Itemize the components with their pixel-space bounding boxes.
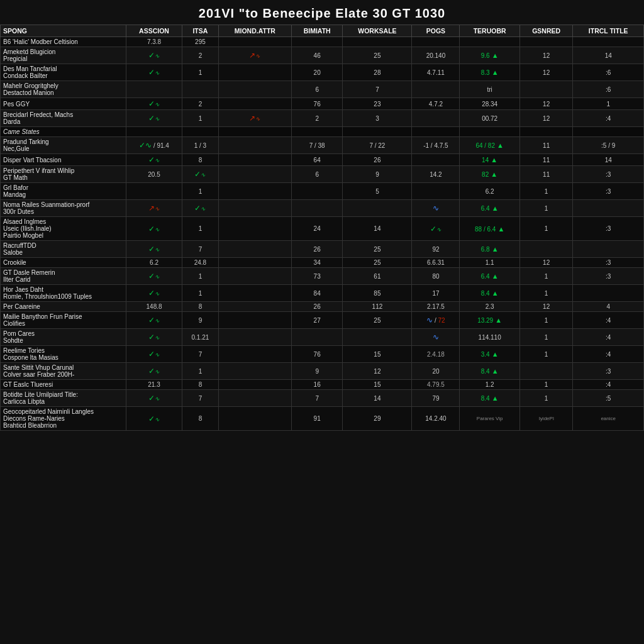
cell-itsa: ✓ ∿ <box>182 200 219 217</box>
cell-gsnred <box>519 127 573 137</box>
cell-gsnred: 1 <box>519 268 573 285</box>
cell-pogs: 14.2.40 <box>412 407 460 431</box>
cell-teruobr: 13.29 ▲ <box>460 312 519 329</box>
row-name: Mailie Banython Frun Parise Ciolifies <box>1 312 126 329</box>
cell-itsa: 8 <box>182 302 219 312</box>
cell-title <box>573 241 644 258</box>
row-name: Grl Bafor Mandag <box>1 183 126 200</box>
cell-bimiath: 2 <box>291 110 342 127</box>
cell-bimiath <box>291 127 342 137</box>
cell-teruobr: 3.4 ▲ <box>460 346 519 363</box>
cell-gsnred: 12 <box>519 110 573 127</box>
cell-worksale: 25 <box>343 241 412 258</box>
cell-miond <box>218 390 291 407</box>
row-name: Per Caareine <box>1 302 126 312</box>
cell-miond <box>218 241 291 258</box>
cell-title: 4 <box>573 302 644 312</box>
cell-pogs: 92 <box>412 241 460 258</box>
cell-teruobr: 64 / 82 ▲ <box>460 137 519 154</box>
cell-title: :6 <box>573 64 644 81</box>
cell-title: 14 <box>573 47 644 64</box>
cell-gsnred <box>519 241 573 258</box>
cell-itsa: 1 <box>182 363 219 380</box>
cell-miond <box>218 258 291 268</box>
cell-title: :4 <box>573 380 644 390</box>
cell-title <box>573 200 644 217</box>
cell-miond <box>218 37 291 47</box>
cell-title <box>573 127 644 137</box>
cell-worksale: 9 <box>343 166 412 183</box>
cell-title: 1 <box>573 98 644 110</box>
cell-miond <box>218 98 291 110</box>
cell-teruobr: 88 / 6.4 ▲ <box>460 217 519 241</box>
cell-teruobr: 28.34 <box>460 98 519 110</box>
cell-worksale: 23 <box>343 98 412 110</box>
table-row: Mailie Banython Frun Parise Ciolifies✓ ∿… <box>1 312 644 329</box>
cell-gsnred: 11 <box>519 166 573 183</box>
cell-title: :3 <box>573 217 644 241</box>
cell-gsnred: 1 <box>519 200 573 217</box>
cell-gsnred: 12 <box>519 47 573 64</box>
cell-asscion: ✓ ∿ <box>126 154 182 166</box>
cell-miond <box>218 127 291 137</box>
cell-gsnred: 1 <box>519 312 573 329</box>
cell-title <box>573 285 644 302</box>
cell-gsnred: 1 <box>519 217 573 241</box>
row-name: GT Dasle Remerin Ilter Carid <box>1 268 126 285</box>
col-header-miond: MIOND.ATTR <box>218 25 291 37</box>
cell-gsnred: 1 <box>519 346 573 363</box>
cell-asscion: ✓ ∿ <box>126 47 182 64</box>
table-row: Geocopeitarled Naiminli Langles Diecons … <box>1 407 644 431</box>
table-header-row: SPONG ASSCION ITSA MIOND.ATTR BIMIATH WO… <box>1 25 644 37</box>
cell-miond: ↗ ∿ <box>218 47 291 64</box>
row-name: Arneketd Blugicion Pregicial <box>1 47 126 64</box>
cell-pogs <box>412 81 460 98</box>
cell-miond <box>218 64 291 81</box>
col-header-itsa: ITSA <box>182 25 219 37</box>
page-title: 201VI "to Beneecipe Elate 30 GT 1030 <box>0 0 644 25</box>
cell-asscion: ✓ ∿ <box>126 329 182 346</box>
cell-teruobr: 114.110 <box>460 329 519 346</box>
cell-teruobr: 9.6 ▲ <box>460 47 519 64</box>
cell-asscion <box>126 127 182 137</box>
cell-miond <box>218 154 291 166</box>
cell-teruobr <box>460 37 519 47</box>
cell-worksale: 25 <box>343 258 412 268</box>
row-name: Noma Railes Suanmation-prorf 300r Dutes <box>1 200 126 217</box>
cell-bimiath: 84 <box>291 285 342 302</box>
cell-title: :3 <box>573 166 644 183</box>
cell-asscion: ✓ ∿ <box>126 285 182 302</box>
cell-gsnred: 12 <box>519 64 573 81</box>
cell-gsnred: 11 <box>519 137 573 154</box>
cell-title: :3 <box>573 258 644 268</box>
row-name: Pes GGY <box>1 98 126 110</box>
cell-asscion: 148.8 <box>126 302 182 312</box>
table-row: Pradund Tarking Nec,Gule✓∿ / 91.41 / 37 … <box>1 137 644 154</box>
cell-worksale: 25 <box>343 47 412 64</box>
row-name: Alsaed Inglmes Useic (Ilish.Inale) Pairt… <box>1 217 126 241</box>
cell-title <box>573 37 644 47</box>
cell-itsa: 2 <box>182 47 219 64</box>
table-row: Pes GGY✓ ∿276234.7.228.34121 <box>1 98 644 110</box>
cell-pogs: 17 <box>412 285 460 302</box>
cell-miond <box>218 363 291 380</box>
cell-bimiath: 27 <box>291 312 342 329</box>
cell-teruobr: 1.1 <box>460 258 519 268</box>
cell-miond <box>218 217 291 241</box>
cell-teruobr: tri <box>460 81 519 98</box>
cell-asscion: 6.2 <box>126 258 182 268</box>
col-header-worksale: WORKSALE <box>343 25 412 37</box>
table-row: Arneketd Blugicion Pregicial✓ ∿2↗ ∿46252… <box>1 47 644 64</box>
cell-asscion: ✓ ∿ <box>126 217 182 241</box>
cell-bimiath: 20 <box>291 64 342 81</box>
cell-title: :5 / 9 <box>573 137 644 154</box>
col-header-bimiath: BIMIATH <box>291 25 342 37</box>
row-name: Hor Jaes Daht Romle, Throulshion1009 Tup… <box>1 285 126 302</box>
table-row: Noma Railes Suanmation-prorf 300r Dutes↗… <box>1 200 644 217</box>
cell-gsnred: 12 <box>519 258 573 268</box>
cell-worksale <box>343 37 412 47</box>
cell-itsa: 1 <box>182 268 219 285</box>
cell-title: :3 <box>573 363 644 380</box>
cell-gsnred: 1 <box>519 380 573 390</box>
row-name: Des Man Tancfarial Condack Bailter <box>1 64 126 81</box>
